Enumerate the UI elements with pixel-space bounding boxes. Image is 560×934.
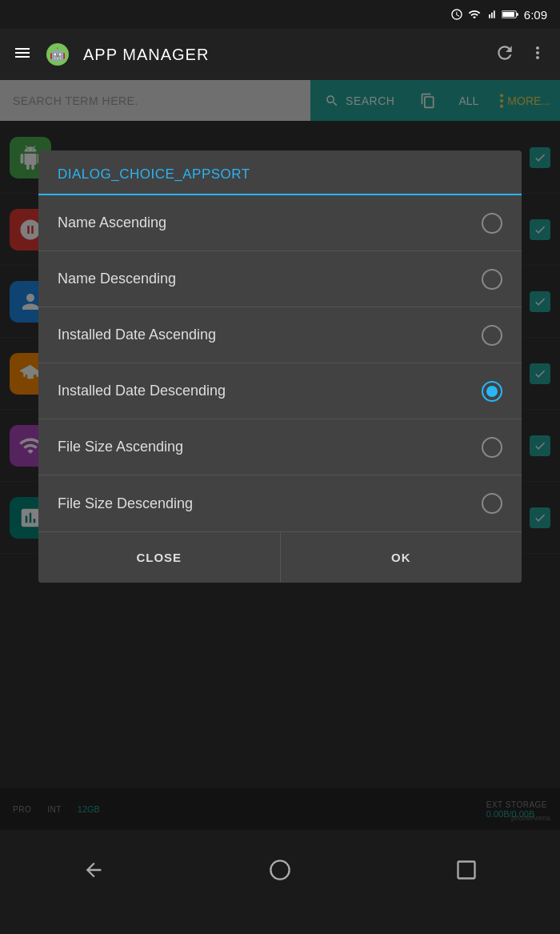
sort-option-label-1: Name Ascending bbox=[58, 214, 482, 231]
radio-inner-selected bbox=[486, 386, 498, 397]
svg-rect-2 bbox=[502, 12, 514, 17]
sort-dialog: DIALOG_CHOICE_APPSORT Name Ascending Nam… bbox=[38, 150, 522, 583]
sort-option-label-3: Installed Date Ascending bbox=[58, 327, 482, 343]
app-bar-title: APP MANAGER bbox=[83, 46, 482, 64]
ok-button[interactable]: OK bbox=[281, 532, 522, 583]
svg-rect-9 bbox=[458, 862, 475, 879]
sort-option-installed-date-descending[interactable]: Installed Date Descending bbox=[38, 363, 522, 419]
sort-option-name-descending[interactable]: Name Descending bbox=[38, 251, 522, 307]
sort-option-name-ascending[interactable]: Name Ascending bbox=[38, 195, 522, 251]
close-label: CLOSE bbox=[136, 551, 182, 564]
radio-name-descending bbox=[482, 269, 502, 290]
status-bar: 6:09 bbox=[0, 0, 560, 29]
sort-option-label-5: File Size Ascending bbox=[58, 439, 482, 455]
dialog-buttons: CLOSE OK bbox=[38, 531, 522, 583]
radio-file-size-descending bbox=[482, 493, 502, 514]
radio-file-size-ascending bbox=[482, 437, 502, 458]
dialog-options: Name Ascending Name Descending Installed… bbox=[38, 195, 522, 531]
sort-option-label-4: Installed Date Descending bbox=[58, 383, 482, 399]
sort-option-installed-date-ascending[interactable]: Installed Date Ascending bbox=[38, 307, 522, 363]
nav-home-button[interactable] bbox=[256, 846, 304, 894]
sort-option-label-6: File Size Descending bbox=[58, 495, 482, 512]
radio-installed-date-ascending bbox=[482, 325, 502, 346]
navigation-bar bbox=[0, 830, 560, 934]
status-icons: 6:09 bbox=[450, 8, 547, 22]
svg-rect-1 bbox=[516, 13, 518, 16]
close-button[interactable]: CLOSE bbox=[38, 532, 281, 583]
hamburger-icon[interactable] bbox=[13, 43, 32, 66]
app-bar: 🤖 APP MANAGER bbox=[0, 29, 560, 80]
radio-name-ascending bbox=[482, 213, 502, 234]
nav-recents-button[interactable] bbox=[442, 846, 490, 894]
ok-label: OK bbox=[391, 551, 411, 564]
svg-point-8 bbox=[270, 860, 289, 879]
refresh-icon[interactable] bbox=[494, 42, 515, 66]
android-icon: 🤖 bbox=[45, 42, 70, 67]
dialog-title: DIALOG_CHOICE_APPSORT bbox=[38, 150, 522, 195]
sort-option-file-size-ascending[interactable]: File Size Ascending bbox=[38, 419, 522, 475]
nav-back-button[interactable] bbox=[70, 846, 118, 894]
radio-installed-date-descending bbox=[482, 381, 502, 402]
svg-text:🤖: 🤖 bbox=[50, 46, 66, 62]
more-vert-icon[interactable] bbox=[528, 43, 547, 66]
sort-option-label-2: Name Descending bbox=[58, 271, 482, 287]
status-time: 6:09 bbox=[524, 8, 547, 22]
sort-option-file-size-descending[interactable]: File Size Descending bbox=[38, 475, 522, 531]
